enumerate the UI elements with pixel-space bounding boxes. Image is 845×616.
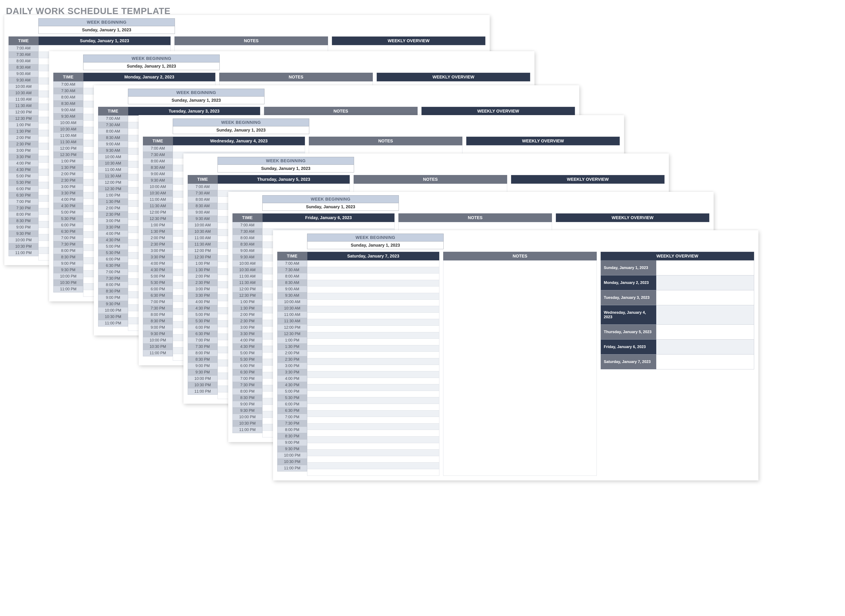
time-slot-cell[interactable] — [307, 397, 439, 404]
time-slot-cell[interactable] — [307, 280, 439, 287]
time-slot-cell[interactable] — [307, 417, 439, 424]
time-label: 2:00 PM — [98, 205, 128, 211]
time-label: 6:30 PM — [277, 408, 307, 414]
weekly-overview-row[interactable]: Wednesday, January 4, 2023 — [601, 305, 754, 325]
time-slot-cell[interactable] — [307, 462, 439, 469]
time-label: 9:00 PM — [188, 363, 217, 369]
time-label: 3:30 PM — [53, 190, 83, 197]
week-beginning-box: WEEK BEGINNINGSunday, January 1, 2023 — [262, 195, 399, 211]
time-label: 4:30 PM — [9, 167, 38, 173]
time-label: 8:30 PM — [277, 433, 307, 440]
time-slot-cell[interactable] — [307, 332, 439, 339]
time-label: 5:00 PM — [143, 273, 173, 280]
time-label: 10:00 PM — [277, 452, 307, 459]
time-label: 11:30 AM — [98, 173, 128, 179]
time-label: 2:30 PM — [98, 211, 128, 218]
time-label: 11:00 AM — [9, 96, 38, 103]
time-slot-cell[interactable] — [307, 300, 439, 306]
time-slot-cell[interactable] — [307, 345, 439, 352]
week-beginning-label: WEEK BEGINNING — [173, 119, 309, 126]
weekly-overview-header: WEEKLY OVERVIEW — [332, 37, 485, 45]
time-label: 8:00 PM — [98, 282, 128, 288]
time-label: 8:30 PM — [143, 318, 173, 324]
time-label: 10:00 AM — [53, 120, 83, 126]
time-slot-cell[interactable] — [173, 145, 305, 152]
time-label: 1:30 PM — [143, 229, 173, 235]
time-slot-cell[interactable] — [262, 222, 395, 229]
time-label: 6:30 PM — [188, 331, 217, 337]
time-label: 10:00 PM — [9, 237, 38, 243]
weekly-day-cell[interactable] — [656, 276, 754, 290]
time-label: 10:30 AM — [98, 160, 128, 167]
time-slot-cell[interactable] — [307, 469, 439, 476]
time-label: 8:30 PM — [232, 395, 262, 401]
time-slot-cell[interactable] — [307, 365, 439, 371]
time-header: TIME — [9, 37, 38, 45]
week-beginning-value: Sunday, January 1, 2023 — [218, 165, 354, 172]
weekly-overview-row[interactable]: Thursday, January 5, 2023 — [601, 325, 754, 340]
week-beginning-box: WEEK BEGINNINGSunday, January 1, 2023 — [217, 157, 354, 172]
time-label: 7:00 PM — [53, 235, 83, 241]
time-label: 3:30 PM — [98, 224, 128, 230]
date-header: Wednesday, January 4, 2023 — [173, 136, 305, 145]
time-label: 2:00 PM — [277, 350, 307, 356]
weekly-day-cell[interactable] — [656, 305, 754, 324]
time-label: 11:00 AM — [277, 312, 307, 318]
time-slot-cell[interactable] — [307, 358, 439, 365]
time-slot-cell[interactable] — [307, 424, 439, 430]
time-label: 9:00 AM — [277, 286, 307, 292]
time-header: TIME — [98, 107, 128, 116]
time-slot-cell[interactable] — [307, 456, 439, 463]
time-slot-cell[interactable] — [307, 352, 439, 358]
time-label: 10:30 PM — [143, 343, 173, 350]
time-slot-cell[interactable] — [307, 267, 439, 274]
time-slot-cell[interactable] — [307, 306, 439, 313]
weekly-overview-row[interactable]: Friday, January 6, 2023 — [601, 340, 754, 355]
time-slot-cell[interactable] — [307, 450, 439, 456]
time-slot-cell[interactable] — [307, 286, 439, 293]
time-slot-cell[interactable] — [307, 443, 439, 450]
weekly-overview-row[interactable]: Monday, January 2, 2023 — [601, 276, 754, 290]
time-label: 9:30 PM — [53, 267, 83, 273]
time-slot-cell[interactable] — [307, 326, 439, 332]
date-header: Saturday, January 7, 2023 — [307, 252, 439, 261]
time-slot-cell[interactable] — [307, 384, 439, 391]
time-label: 10:30 AM — [9, 90, 38, 96]
time-label: 9:30 AM — [277, 292, 307, 299]
time-slot-cell[interactable] — [307, 339, 439, 345]
week-beginning-box: WEEK BEGINNINGSunday, January 1, 2023 — [38, 18, 175, 34]
time-slot-cell[interactable] — [307, 391, 439, 397]
time-slot-cell[interactable] — [38, 45, 170, 52]
time-label: 7:00 PM — [188, 337, 217, 343]
weekly-overview-row[interactable]: Tuesday, January 3, 2023 — [601, 290, 754, 305]
weekly-day-label: Thursday, January 5, 2023 — [601, 325, 656, 339]
time-slot-cell[interactable] — [307, 411, 439, 417]
weekly-overview-row[interactable]: Sunday, January 1, 2023 — [601, 261, 754, 276]
weekly-overview-header: WEEKLY OVERVIEW — [511, 175, 664, 184]
weekly-day-cell[interactable] — [656, 325, 754, 339]
time-label: 7:30 AM — [53, 88, 83, 94]
time-label: 10:30 PM — [98, 314, 128, 320]
time-label: 1:00 PM — [188, 261, 217, 267]
time-slot-cell[interactable] — [307, 404, 439, 411]
time-slot-cell[interactable] — [307, 273, 439, 280]
time-label: 10:00 AM — [232, 261, 262, 267]
time-slot-cell[interactable] — [307, 371, 439, 378]
time-slot-cell[interactable] — [307, 378, 439, 384]
weekly-day-cell[interactable] — [656, 290, 754, 305]
week-beginning-value: Sunday, January 1, 2023 — [38, 26, 175, 34]
weekly-day-cell[interactable] — [656, 355, 754, 369]
time-slot-cell[interactable] — [307, 437, 439, 443]
time-slot-cell[interactable] — [307, 430, 439, 437]
time-slot-cell[interactable] — [217, 184, 350, 190]
time-slot-cell[interactable] — [307, 319, 439, 326]
time-slot-cell[interactable] — [307, 313, 439, 319]
time-label: 7:00 AM — [188, 184, 217, 190]
weekly-day-cell[interactable] — [656, 340, 754, 354]
weekly-day-cell[interactable] — [656, 261, 754, 275]
time-slot-cell[interactable] — [307, 293, 439, 300]
time-label: 12:00 PM — [98, 179, 128, 186]
time-slot-cell[interactable] — [307, 261, 439, 267]
weekly-overview-row[interactable]: Saturday, January 7, 2023 — [601, 355, 754, 370]
notes-area[interactable] — [443, 261, 597, 476]
